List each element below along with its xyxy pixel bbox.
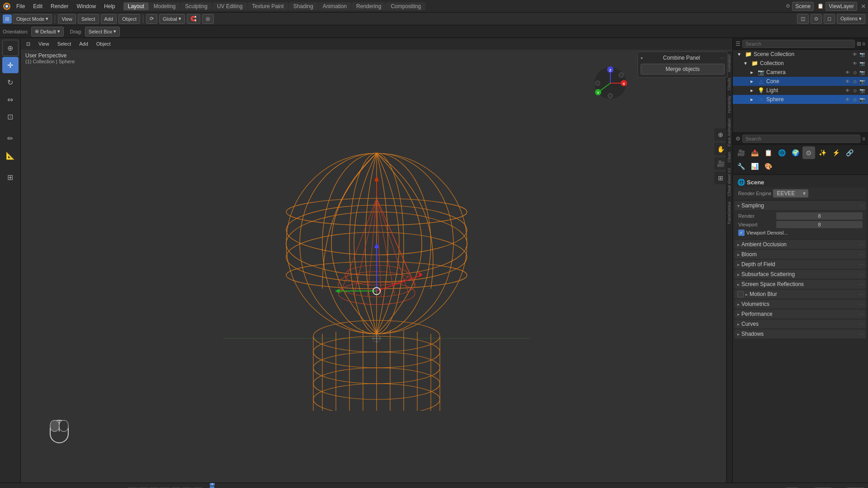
prop-tab-particles[interactable]: ✨	[816, 146, 829, 159]
menu-edit[interactable]: Edit	[29, 2, 46, 10]
sss-header[interactable]: ▸ Subsurface Scattering ⋯	[735, 270, 866, 279]
prop-tab-constraints[interactable]: 🔗	[843, 146, 856, 159]
viewport-area[interactable]: ⊡ View Select Add Object User Perspectiv…	[21, 38, 732, 483]
outliner-search[interactable]	[742, 40, 855, 48]
prop-tab-data[interactable]: 📊	[748, 160, 761, 173]
viewport-editor-type[interactable]: ⊡	[24, 41, 33, 47]
ambient-occlusion-header[interactable]: ▸ Ambient Occlusion ⋯	[735, 240, 866, 249]
strip-clouds[interactable]: Clouds	[726, 75, 732, 93]
view-layer-selector[interactable]: ViewLayer	[826, 2, 857, 11]
panel-close-btn[interactable]: ⋯	[720, 56, 725, 61]
workspace-tab-modeling[interactable]: Modeling	[149, 2, 180, 10]
sampling-header[interactable]: ▾ Sampling ⋯	[735, 201, 866, 210]
outliner-sort[interactable]: ≡	[862, 41, 865, 47]
prop-tab-render[interactable]: 🎥	[735, 146, 747, 159]
sel-btn5[interactable]: ⊙	[852, 88, 858, 93]
render-samples-value[interactable]: 8	[776, 212, 863, 220]
tool-hand[interactable]: ✋	[714, 143, 727, 155]
props-filter[interactable]: ≡	[862, 136, 865, 142]
workspace-tab-compositing[interactable]: Compositing	[386, 2, 425, 10]
viewport-select-menu[interactable]: Select	[55, 41, 74, 47]
performance-header[interactable]: ▸ Performance ⋯	[735, 310, 866, 319]
viewport-shading[interactable]: ◫	[797, 14, 809, 24]
object-mode-selector[interactable]: Object Mode▾	[13, 14, 52, 24]
ren-btn5[interactable]: 📷	[859, 88, 865, 93]
menu-render[interactable]: Render	[47, 2, 72, 10]
outliner-item-camera[interactable]: ▸ 📷 Camera 👁 ⊙ 📷	[733, 68, 868, 77]
ren-btn3[interactable]: 📷	[859, 70, 865, 75]
transform-pivot[interactable]: ⟳	[146, 14, 157, 24]
ssr-header[interactable]: ▸ Screen Space Reflections ⋯	[735, 280, 866, 289]
strip-trace-genius[interactable]: TraceGenius	[726, 199, 732, 227]
menu-help[interactable]: Help	[100, 2, 119, 10]
outliner-item-collection[interactable]: ▾ 📁 Collection 👁 📷	[733, 59, 868, 68]
select-menu[interactable]: Select	[78, 14, 99, 24]
workspace-tab-shading[interactable]: Shading	[289, 2, 318, 10]
vis-btn5[interactable]: 👁	[844, 88, 851, 93]
outliner-item-scene-collection[interactable]: ▾ 📁 Scene Collection 👁 📷	[733, 50, 868, 59]
tool-rotate[interactable]: ↻	[2, 74, 19, 90]
sel-btn6[interactable]: ⊙	[852, 97, 858, 102]
view-menu[interactable]: View	[58, 14, 76, 24]
proportional-edit[interactable]: ◎	[202, 14, 214, 24]
merge-objects-button[interactable]: Merge objects	[641, 64, 725, 75]
curves-header[interactable]: ▸ Curves ⋯	[735, 319, 866, 328]
vis-btn6[interactable]: 👁	[844, 97, 851, 102]
render-engine-selector[interactable]: EEVEE ▾	[773, 189, 808, 197]
add-menu[interactable]: Add	[101, 14, 117, 24]
strip-cheat-sheet[interactable]: Cheat sheet V2	[726, 165, 732, 199]
options-button[interactable]: Options ▾	[837, 14, 865, 24]
tool-measure[interactable]: 📐	[2, 147, 19, 164]
workspace-tab-sculpting[interactable]: Sculpting	[181, 2, 212, 10]
workspace-tab-uv-editing[interactable]: UV Editing	[212, 2, 247, 10]
drag-selector[interactable]: Select Box▾	[85, 27, 120, 37]
viewport-add-menu[interactable]: Add	[76, 41, 91, 47]
strip-face-animation[interactable]: Face Animation	[726, 116, 732, 149]
motion-blur-checkbox[interactable]	[737, 291, 744, 297]
strip-humanity[interactable]: Humanity	[726, 93, 732, 116]
tool-transform[interactable]: ⊡	[2, 108, 19, 125]
window-controls[interactable]: ✕	[861, 3, 866, 10]
tool-cursor[interactable]: ⊕	[2, 40, 19, 56]
outliner-item-cone[interactable]: ▸ △ Cone 👁 ⊙ 📷	[733, 77, 868, 86]
tool-scale[interactable]: ⇔	[2, 91, 19, 108]
tool-camera[interactable]: 🎥	[714, 157, 727, 170]
prop-tab-material[interactable]: 🎨	[762, 160, 774, 173]
menu-file[interactable]: File	[13, 2, 28, 10]
visibility-btn2[interactable]: 👁	[852, 61, 858, 66]
timeline-cursor[interactable]: 1	[210, 486, 214, 488]
outliner-item-sphere[interactable]: ▸ ○ Sphere 👁 ⊙ 📷	[733, 95, 868, 104]
navigation-gizmo[interactable]: Z X Y	[592, 65, 628, 101]
sel-btn4[interactable]: ⊙	[852, 79, 858, 84]
mesh-viewport[interactable]	[21, 50, 732, 483]
prop-tab-scene[interactable]: 🌐	[775, 146, 788, 159]
motion-blur-header[interactable]: ▸ Motion Blur ⋯	[735, 290, 866, 299]
outliner-item-light[interactable]: ▸ 💡 Light 👁 ⊙ 📷	[733, 86, 868, 95]
prop-tab-world[interactable]: 🌍	[789, 146, 802, 159]
prop-tab-object[interactable]: ⊙	[802, 146, 815, 159]
prop-tab-modifiers[interactable]: 🔧	[735, 160, 747, 173]
vis-btn4[interactable]: 👁	[844, 79, 851, 84]
sel-btn3[interactable]: ⊙	[852, 70, 858, 75]
workspace-tab-rendering[interactable]: Rendering	[352, 2, 386, 10]
dof-header[interactable]: ▸ Depth of Field ⋯	[735, 260, 866, 269]
viewport-overlay[interactable]: ⊙	[811, 14, 822, 24]
global-selector[interactable]: Global▾	[159, 14, 185, 24]
blender-logo[interactable]	[2, 1, 12, 11]
visibility-btn[interactable]: 👁	[852, 52, 858, 57]
tool-grid[interactable]: ⊞	[714, 172, 727, 184]
scene-selector[interactable]: Scene	[792, 2, 814, 11]
shadows-header[interactable]: ▸ Shadows ⋯	[735, 329, 866, 338]
snap-toggle[interactable]: 🧲	[187, 14, 200, 24]
viewport-denoise-checkbox[interactable]: ✓ Viewport Denoisl...	[738, 230, 788, 236]
viewport-xray[interactable]: ◻	[824, 14, 835, 24]
workspace-tab-layout[interactable]: Layout	[123, 2, 149, 10]
menu-window[interactable]: Window	[73, 2, 99, 10]
panel-collapse[interactable]: ▾	[641, 56, 643, 61]
ren-btn6[interactable]: 📷	[859, 97, 865, 102]
prop-tab-view-layer[interactable]: 📋	[762, 146, 774, 159]
workspace-tab-texture-paint[interactable]: Texture Paint	[248, 2, 288, 10]
render-btn[interactable]: 📷	[859, 52, 865, 57]
strip-clean[interactable]: Clean	[726, 149, 732, 165]
properties-search[interactable]	[742, 135, 860, 143]
